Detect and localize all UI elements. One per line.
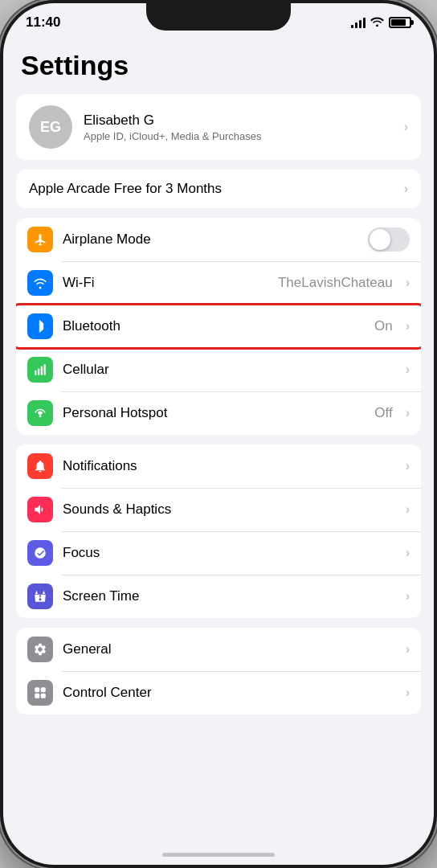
svg-rect-1	[35, 371, 36, 375]
notifications-label: Notifications	[63, 458, 396, 474]
sounds-chevron: ›	[406, 502, 410, 517]
control-center-label: Control Center	[63, 685, 396, 701]
cellular-icon	[27, 357, 53, 383]
general-row[interactable]: General ›	[16, 628, 421, 671]
control-center-row[interactable]: Control Center ›	[16, 671, 421, 714]
notifications-chevron: ›	[406, 459, 410, 473]
airplane-mode-icon	[27, 227, 53, 252]
svg-point-6	[39, 415, 42, 417]
arcade-chevron: ›	[404, 182, 408, 196]
wifi-chevron: ›	[406, 276, 410, 290]
control-center-icon	[27, 680, 53, 706]
profile-chevron: ›	[404, 120, 408, 134]
focus-chevron: ›	[406, 546, 410, 560]
bluetooth-row-wrapper: Bluetooth On ›	[16, 305, 421, 348]
cellular-label: Cellular	[63, 362, 396, 378]
notifications-row[interactable]: Notifications ›	[16, 444, 421, 488]
wifi-status-icon	[370, 16, 384, 29]
wifi-label: Wi-Fi	[63, 275, 268, 291]
screen-time-label: Screen Time	[63, 588, 396, 604]
status-icons	[351, 16, 411, 29]
airplane-mode-row[interactable]: Airplane Mode	[16, 218, 421, 261]
screen-time-icon	[27, 583, 53, 609]
signal-bars-icon	[351, 17, 366, 28]
arcade-label: Apple Arcade Free for 3 Months	[29, 181, 404, 197]
screen-time-row[interactable]: Screen Time ›	[16, 575, 421, 618]
wifi-row[interactable]: Wi-Fi TheLavishChateau ›	[16, 261, 421, 305]
avatar: EG	[29, 105, 72, 149]
notifications-icon	[27, 453, 53, 479]
hotspot-label: Personal Hotspot	[63, 405, 365, 421]
focus-row[interactable]: Focus ›	[16, 531, 421, 575]
svg-rect-9	[35, 694, 39, 698]
focus-icon	[27, 540, 53, 566]
battery-icon	[389, 17, 411, 28]
status-time: 11:40	[26, 14, 60, 31]
sounds-row[interactable]: Sounds & Haptics ›	[16, 488, 421, 531]
bluetooth-chevron: ›	[406, 319, 410, 334]
arcade-row[interactable]: Apple Arcade Free for 3 Months ›	[16, 170, 421, 208]
control-center-chevron: ›	[406, 686, 410, 700]
profile-card[interactable]: EG Elisabeth G Apple ID, iCloud+, Media …	[16, 94, 421, 160]
sounds-label: Sounds & Haptics	[63, 502, 396, 518]
notifications-group: Notifications › Sounds & Haptics ›	[16, 444, 421, 618]
notch	[146, 3, 291, 31]
general-label: General	[63, 641, 396, 657]
wifi-icon	[27, 270, 53, 296]
arcade-banner[interactable]: Apple Arcade Free for 3 Months ›	[16, 170, 421, 208]
svg-point-0	[39, 287, 42, 289]
cellular-row[interactable]: Cellular ›	[16, 348, 421, 391]
svg-rect-7	[35, 687, 39, 692]
hotspot-chevron: ›	[406, 406, 410, 420]
bluetooth-label: Bluetooth	[63, 318, 365, 334]
screen-content: Settings EG Elisabeth G Apple ID, iCloud…	[3, 35, 434, 857]
profile-row[interactable]: EG Elisabeth G Apple ID, iCloud+, Media …	[16, 94, 421, 160]
svg-rect-2	[38, 369, 39, 375]
svg-rect-8	[41, 687, 46, 692]
svg-rect-10	[41, 694, 46, 698]
airplane-mode-label: Airplane Mode	[63, 231, 358, 248]
profile-name: Elisabeth G	[84, 113, 393, 129]
focus-label: Focus	[63, 545, 396, 561]
svg-rect-4	[44, 364, 46, 375]
bluetooth-value: On	[374, 318, 393, 334]
screen-time-chevron: ›	[406, 589, 410, 604]
personal-hotspot-row[interactable]: Personal Hotspot Off ›	[16, 391, 421, 435]
sounds-icon	[27, 497, 53, 522]
bluetooth-row[interactable]: Bluetooth On ›	[16, 305, 421, 348]
svg-rect-3	[41, 366, 43, 375]
profile-info: Elisabeth G Apple ID, iCloud+, Media & P…	[84, 113, 393, 142]
phone-screen: 11:40	[3, 3, 434, 865]
page-title: Settings	[3, 43, 434, 94]
airplane-mode-toggle[interactable]	[368, 227, 410, 252]
general-icon	[27, 637, 53, 662]
phone-frame: 11:40	[0, 0, 437, 868]
hotspot-icon	[27, 400, 53, 426]
general-group: General › Control Center ›	[16, 628, 421, 714]
profile-subtitle: Apple ID, iCloud+, Media & Purchases	[84, 130, 393, 142]
cellular-chevron: ›	[406, 362, 410, 377]
general-chevron: ›	[406, 642, 410, 657]
home-indicator[interactable]	[162, 853, 275, 857]
hotspot-value: Off	[374, 405, 392, 421]
wifi-value: TheLavishChateau	[278, 275, 393, 291]
connectivity-group: Airplane Mode Wi-Fi TheL	[16, 218, 421, 435]
bluetooth-icon	[27, 313, 53, 339]
